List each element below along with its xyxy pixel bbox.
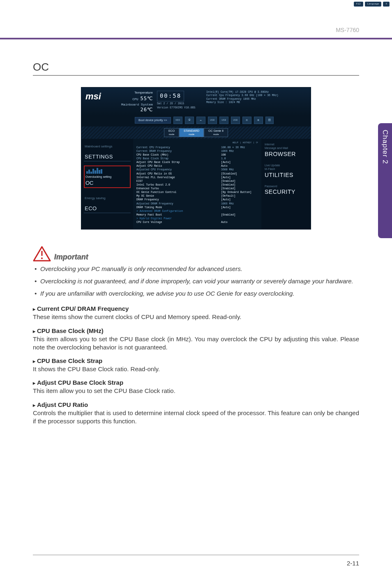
setting-key: Memory Fast Boot xyxy=(136,214,221,217)
panel-sub: Message and Mail xyxy=(265,147,307,150)
setting-key: CPU Base Clock Strap xyxy=(136,157,221,161)
setting-row[interactable]: Intel Turbo Boost 2.0[Enabled] xyxy=(136,183,258,187)
boot-dev-extra-icon[interactable]: ⊞ xyxy=(265,117,274,124)
bios-clock-block: 00:58 Sat 2 / 28 / 2015 Version E7760IMS… xyxy=(157,91,202,113)
setting-key: > Hybrid Digital Power xyxy=(136,217,221,220)
bios-mode-row: ECOmode STANDARDmode OC Genie IImode xyxy=(81,126,311,139)
setting-value: [Auto] xyxy=(221,206,258,209)
nav-oc[interactable]: OC xyxy=(85,180,129,186)
setting-value: [By Onboard Button] xyxy=(221,191,258,194)
svg-point-2 xyxy=(41,257,43,259)
setting-row[interactable]: OC Genie Function Control[By Onboard But… xyxy=(136,191,258,195)
bios-right-panel: Internet Message and Mail BROWSER Live U… xyxy=(261,139,311,229)
boot-dev-icon[interactable]: USB xyxy=(208,117,217,124)
bios-close-button[interactable]: X xyxy=(383,2,390,7)
setting-value: [Enabled] xyxy=(221,184,258,187)
panel-title: Internet xyxy=(265,143,307,147)
setting-row[interactable]: Adjust CPU Base Clock Strap[Auto] xyxy=(136,161,258,165)
setting-row[interactable]: Memory Fast Boot[Enabled] xyxy=(136,213,258,217)
setting-value: [Disabled] xyxy=(221,172,258,176)
mode-sub: mode xyxy=(208,133,224,136)
setting-row[interactable]: CPU Base Clock (MHz)100 xyxy=(136,153,258,157)
setting-row[interactable]: CPU Core VoltageAuto xyxy=(136,221,258,225)
mini-chart-bar xyxy=(99,170,100,174)
boot-dev-icon[interactable]: ▦ xyxy=(254,117,263,124)
setting-value: 1066 MHz xyxy=(221,150,258,153)
mini-chart-bar xyxy=(88,170,90,174)
mini-chart-bar xyxy=(97,168,98,174)
setting-row[interactable]: Adjust CPU Ratio in OS[Disabled] xyxy=(136,172,258,176)
setting-key: Adjust CPU Ratio in OS xyxy=(136,172,221,176)
setting-row[interactable]: DRAM Timing Mode[Auto] xyxy=(136,206,258,209)
section-body: This item allows you to set the CPU Base… xyxy=(33,335,359,352)
nav-settings[interactable]: SETTINGS xyxy=(84,152,131,161)
panel-browser[interactable]: BROWSER xyxy=(265,151,307,158)
header-rule xyxy=(0,38,392,39)
setting-row[interactable]: My OC Genie[Default] xyxy=(136,195,258,198)
mode-eco-tab[interactable]: ECOmode xyxy=(164,128,179,137)
setting-key: Adjust CPU Base Clock Strap xyxy=(136,161,221,164)
setting-value: Auto xyxy=(221,165,258,168)
setting-value: 100 xyxy=(221,154,258,157)
mode-sub: mode xyxy=(184,133,199,136)
mode-standard-tab[interactable]: STANDARDmode xyxy=(179,128,204,137)
setting-key: Adjusted CPU Frequency xyxy=(136,168,221,172)
section-title: CPU Base Clock (MHz) xyxy=(33,327,359,334)
boot-priority-button[interactable]: Boot device priority >> xyxy=(135,117,171,124)
setting-key: CPU Core Voltage xyxy=(136,221,221,224)
boot-dev-icon[interactable]: HDD xyxy=(173,117,182,124)
setting-key: Adjust CPU Ratio xyxy=(136,165,221,168)
bios-left-nav: Mainboard settings SETTINGS Overclocking… xyxy=(81,139,133,229)
nav-overclocking-setting[interactable]: Overclocking setting xyxy=(85,175,111,179)
section-item: Current CPU/ DRAM FrequencyThese items s… xyxy=(33,305,359,321)
boot-dev-icon[interactable]: USB xyxy=(231,117,240,124)
important-item: Overclocking is not guaranteed, and if d… xyxy=(33,277,359,285)
setting-key: DRAM Frequency xyxy=(136,198,221,202)
setting-row[interactable]: Internal PLL Overvoltage[Auto] xyxy=(136,176,258,179)
setting-value: [Auto] xyxy=(221,176,258,179)
setting-key: My OC Genie xyxy=(136,195,221,198)
important-label: Important xyxy=(54,253,88,262)
setting-row: Adjusted DRAM Frequency1066 MHz xyxy=(136,202,258,206)
setting-row[interactable]: DRAM Frequency[Auto] xyxy=(136,198,258,202)
important-item: If you are unfamiliar with overclocking,… xyxy=(33,289,359,298)
setting-key: Current DRAM Frequency xyxy=(136,150,221,153)
bios-language-button[interactable]: Language xyxy=(365,2,382,7)
nav-mainboard-settings[interactable]: Mainboard settings xyxy=(84,143,131,150)
setting-row: Current DRAM Frequency1066 MHz xyxy=(136,149,258,153)
bios-screenshot-button[interactable]: F12 xyxy=(354,2,363,7)
setting-row[interactable]: Adjust CPU RatioAuto xyxy=(136,165,258,168)
mode-ocgenie-tab[interactable]: OC Genie IImode xyxy=(204,128,228,137)
important-block: Important Overclocking your PC manually … xyxy=(33,246,359,298)
setting-key: > Advanced DRAM Configuration xyxy=(136,210,221,213)
setting-row: Current CPU Frequency100.00 × 36 MHz xyxy=(136,146,258,149)
nav-energy-saving[interactable]: Energy saving xyxy=(84,195,131,202)
panel-utilities[interactable]: UTILITIES xyxy=(265,172,307,179)
boot-dev-icon[interactable]: USB xyxy=(219,117,228,124)
warning-icon xyxy=(33,246,51,262)
section-item: Adjust CPU Base Clock StrapThis item all… xyxy=(33,379,359,395)
setting-key: OC Genie Function Control xyxy=(136,191,221,194)
bios-screenshot: F12 Language X msi Temperature CPU 55℃ M… xyxy=(81,87,311,230)
section-item: CPU Base Clock StrapIt shows the CPU Bas… xyxy=(33,357,359,373)
nav-eco[interactable]: ECO xyxy=(84,204,131,213)
setting-value: [Auto] xyxy=(221,161,258,164)
bios-date: Sat 2 / 28 / 2015 xyxy=(157,102,202,106)
bios-boot-row: Boot device priority >> HDD ⦿ ▬ USB USB … xyxy=(81,115,311,126)
model-number: MS-7760 xyxy=(336,27,359,33)
setting-value: [Default] xyxy=(221,195,258,198)
important-list: Overclocking your PC manually is only re… xyxy=(33,265,359,298)
bios-help-hotkey[interactable]: HELP | HOTKEY | ⟳ xyxy=(136,141,258,145)
boot-dev-icon[interactable]: ▬ xyxy=(196,117,205,124)
setting-row[interactable]: > Advanced DRAM Configuration xyxy=(136,209,258,213)
boot-dev-icon[interactable]: ⦿ xyxy=(185,117,194,124)
mini-chart-bar xyxy=(92,169,94,174)
setting-row[interactable]: > Hybrid Digital Power xyxy=(136,217,258,221)
panel-security[interactable]: SECURITY xyxy=(265,188,307,196)
footer-rule xyxy=(33,555,359,555)
boot-dev-icon[interactable]: ▤ xyxy=(242,117,251,124)
setting-value: 1066 MHz xyxy=(221,202,258,206)
setting-row[interactable]: Enhanced Turbo[Enabled] xyxy=(136,187,258,191)
bios-lang-bar: F12 Language X xyxy=(354,2,390,7)
setting-row[interactable]: EIST[Enabled] xyxy=(136,179,258,183)
